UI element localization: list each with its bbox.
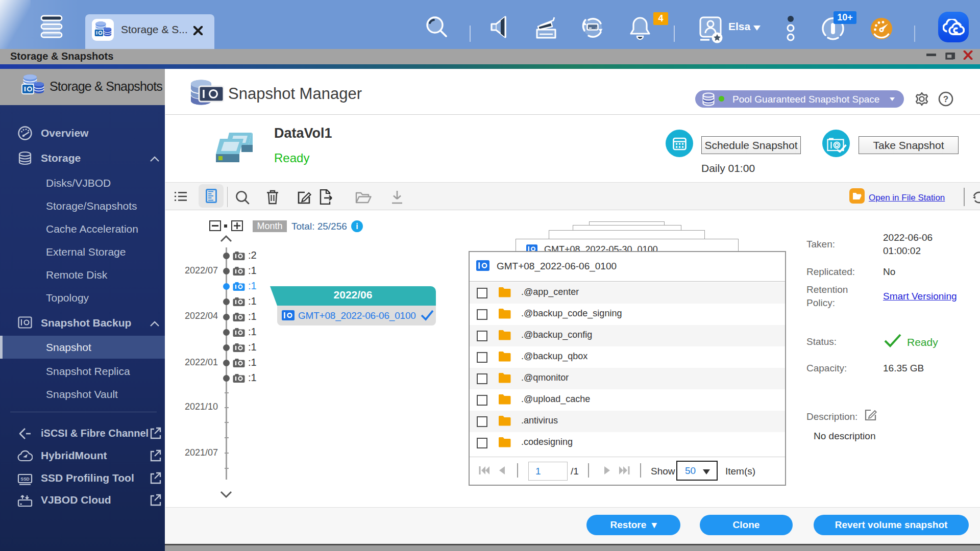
svg-text:?: ? (943, 94, 948, 104)
svg-text:SSD: SSD (20, 477, 29, 482)
